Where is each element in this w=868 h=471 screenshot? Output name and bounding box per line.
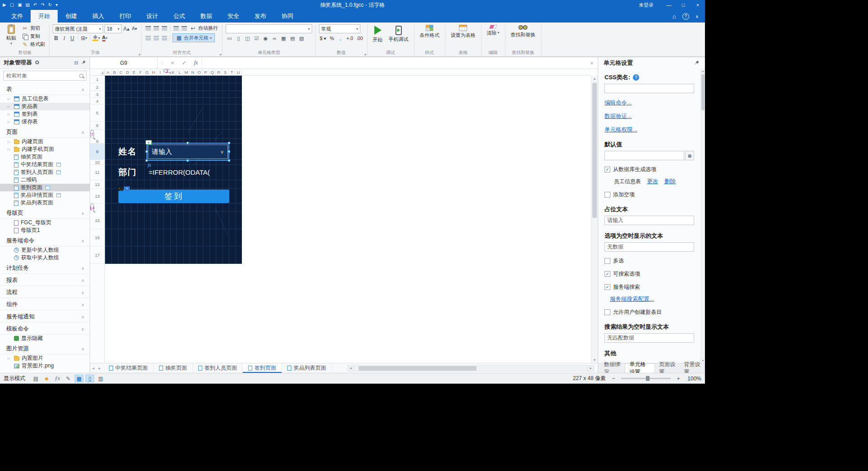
tree-item[interactable]: ▷内置图片 [0,354,90,362]
dept-formula-cell[interactable]: =IFERROR(ODATA( [149,165,210,180]
monitor-icon[interactable]: ▤ [32,375,40,382]
horizontal-scrollbar[interactable]: ◂ ▸ [347,365,594,371]
format-painter-button[interactable]: ✎格式刷 [21,41,46,48]
font-family-select[interactable]: 微软雅黑 (主题▾ [53,24,103,33]
horizontal-scroll-thumb[interactable] [359,366,477,371]
undo-icon[interactable]: ↶ [33,3,37,7]
increase-indent-button[interactable] [181,25,187,32]
fx-icon[interactable]: ƒx [53,375,62,382]
bold-button[interactable]: B [53,35,59,41]
pin-icon[interactable] [694,60,700,67]
column-header-K[interactable]: K [170,69,177,75]
tree-section-6[interactable]: 报表∧ [0,275,90,286]
button-type-icon[interactable]: ▭ [226,35,233,42]
textbox-type-icon[interactable]: ▯ [235,35,242,42]
row-header-15[interactable]: 15 [90,212,105,229]
tree-item[interactable]: 奖品详情页面 [0,191,90,199]
delete-link[interactable]: 删除 [664,178,676,185]
formula-select-button[interactable]: ▦ [685,151,694,160]
ribbon-tab-11[interactable]: 协同 [274,10,301,23]
scroll-left-icon[interactable]: ◂ [347,365,354,371]
vertical-scrollbar[interactable]: ▲ ▼ [591,76,598,363]
search-input[interactable] [6,73,77,78]
scroll-up-icon[interactable]: ▲ [591,77,598,80]
panel-tab-1[interactable]: 数据绑定 [600,363,625,373]
chevron-up-icon[interactable]: ∧ [81,303,84,307]
login-status[interactable]: 未登录 [639,2,654,9]
panel-tab-2[interactable]: 单元格设置 [625,363,655,373]
column-header-I[interactable]: I [157,69,164,75]
home-icon[interactable]: ⌂ [673,13,676,20]
underline-button[interactable]: U [69,35,76,41]
row-header-5[interactable]: 5 [90,104,105,122]
redo-icon[interactable]: ↷ [41,3,44,7]
panel-scrollbar[interactable]: ▲ ▼ [700,69,705,363]
gear-icon[interactable] [35,60,40,66]
chevron-up-icon[interactable]: ∧ [81,239,84,243]
borders-button[interactable]: ⊞▾ [81,35,87,41]
minimize-icon[interactable]: — [662,0,676,10]
data-validation-link[interactable]: 数据验证... [604,113,632,120]
tree-item[interactable]: 获取中奖人数组 [0,254,90,262]
insert-function-icon[interactable]: fx [190,59,202,66]
checkbox-type-icon[interactable]: ☑ [253,35,260,42]
tree-item[interactable]: 背景图片.png [0,362,90,370]
tree-item[interactable]: ▷奖品表 [0,103,90,110]
chevron-up-icon[interactable]: ∧ [81,327,84,331]
pencil-icon[interactable]: ✎ [64,375,73,382]
ribbon-tab-4[interactable]: 插入 [85,10,112,23]
column-header-D[interactable]: D [124,69,131,75]
pill-type-icon[interactable]: ◫ [244,35,251,42]
expander-icon[interactable]: ▷ [8,357,12,360]
increase-font-icon[interactable]: A▴ [123,26,130,32]
celltype-select[interactable]: ▾ [226,24,312,33]
row-header-9[interactable]: 9 [90,144,105,160]
tree-item[interactable]: ▷缓存表 [0,118,90,126]
number-format-select[interactable]: 常规▾ [319,24,360,33]
row-header-6[interactable]: 6 [90,122,105,130]
formula-input[interactable] [202,57,586,68]
align-top-button[interactable] [145,25,151,32]
radio-type-icon[interactable]: ◉ [262,35,269,42]
scroll-right-icon[interactable]: ▸ [587,365,594,371]
chevron-up-icon[interactable]: ∧ [81,347,84,351]
expander-icon[interactable]: ▷ [8,140,12,144]
ribbon-tab-8[interactable]: 数据 [193,10,220,23]
sheet-tab-1[interactable]: 中奖结果页面 [104,363,154,373]
hyperlink-type-icon[interactable]: ∞ [271,35,278,42]
namebox-splitter[interactable]: ⋮ [158,60,167,65]
tree-item[interactable]: ▷员工信息表 [0,95,90,103]
scroll-up-icon[interactable]: ▲ [701,70,705,72]
select-all-corner[interactable] [90,69,105,76]
pin-icon[interactable] [81,60,86,66]
tree-item[interactable]: 二维码 [0,176,90,184]
panel-tab-3[interactable]: 页面设置 [655,363,680,373]
allow-create-checkbox[interactable] [604,309,610,315]
fill-color-button[interactable]: ▾ [92,35,100,41]
column-header-J[interactable]: J [164,69,170,73]
name-box[interactable]: G9 [90,57,158,68]
row-header-14[interactable]: 14 [90,204,94,212]
row-header-12[interactable]: 12 [90,180,105,189]
tree-section-9[interactable]: 服务端通知∧ [0,311,90,322]
decrease-decimal-icon[interactable]: .00 [355,35,364,42]
ribbon-tab-10[interactable]: 发布 [247,10,274,23]
ribbon-tab-5[interactable]: 打印 [112,10,139,23]
tree-section-4[interactable]: 服务端命令∧ [0,235,90,246]
date-type-icon[interactable]: ▦ [280,35,287,42]
font-size-select[interactable]: 18▾ [105,24,122,33]
chevron-up-icon[interactable]: ∧ [81,87,84,92]
chevron-up-icon[interactable]: ∧ [81,315,84,319]
chevron-up-icon[interactable]: ∧ [81,266,84,271]
help-icon[interactable]: ? [682,13,689,20]
tree-item[interactable]: ▷内建手机页面 [0,145,90,153]
list-icon[interactable]: ▥ [96,375,105,382]
tree-item[interactable]: 签到人员页面 [0,168,90,176]
tree-item[interactable]: 抽奖页面 [0,153,90,161]
close-icon[interactable]: × [691,0,705,10]
run-icon[interactable]: ▶ [3,3,6,7]
ribbon-tab-1[interactable]: 文件 [4,10,31,23]
column-header-O[interactable]: O [196,69,203,75]
align-bottom-button[interactable] [161,25,168,32]
refresh-icon[interactable]: ↻ [48,3,52,7]
